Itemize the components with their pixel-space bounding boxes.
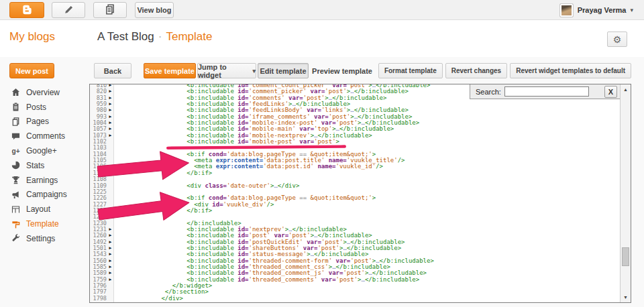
sidebar-item-earnings[interactable]: Earnings [0,173,89,188]
code-line[interactable]: 1102<b:includable id='mobile-post' var='… [90,138,620,144]
sidebar-menu: OverviewPostsPagesCommentsg+Google+Stats… [0,85,89,246]
code-line[interactable]: 1105<meta expr:content='data:post.title'… [90,157,620,163]
fold-arrow-empty [107,194,114,200]
new-post-pencil-button[interactable] [52,2,85,18]
code-line[interactable]: 1057►<b:includable id='mobile-main' var=… [90,125,620,131]
search-close-button[interactable]: X [604,86,617,98]
fold-arrow-icon[interactable]: ► [107,170,114,176]
fold-arrow-icon[interactable]: ► [107,263,114,269]
code-line[interactable]: 959►<b:includable id='feedLinks'>…</b:in… [90,101,620,107]
code-text: </b:widget> [114,282,620,288]
fold-arrow-icon[interactable]: ► [107,125,114,131]
line-number: 1105 [90,157,107,163]
fold-arrow-icon[interactable]: ► [107,95,114,101]
code-line[interactable]: 1501►<b:includable id='shareButtons' var… [90,245,620,251]
fold-arrow-icon[interactable]: ► [107,113,114,119]
sidebar-item-campaigns[interactable]: Campaigns [0,188,89,202]
code-line[interactable]: 993►<b:includable id='iframe_comments' v… [90,113,620,119]
sidebar-item-settings[interactable]: Settings [0,231,89,246]
back-button[interactable]: Back [94,63,131,78]
code-line[interactable]: 1543►<b:includable id='status-message'>…… [90,251,620,257]
fold-arrow-icon[interactable]: ► [107,88,114,94]
code-line[interactable]: 1073►<b:includable id='mobile-nextprev'>… [90,132,620,138]
fold-arrow-icon[interactable]: ► [107,269,114,275]
fold-arrow-icon[interactable]: ► [107,239,114,245]
account-menu[interactable]: Prayag Verma ▾ [559,3,633,17]
code-line[interactable]: 1103 [90,144,620,150]
fold-arrow-icon[interactable]: ► [107,232,114,238]
code-line[interactable]: 1225 [90,188,620,194]
fold-arrow-icon[interactable]: ► [107,251,114,257]
svg-text:g+: g+ [11,147,19,155]
editor-scrollbar[interactable]: ▲ ▼ [620,84,631,302]
code-line[interactable]: 1560►<b:includable id='threaded-comment-… [90,257,620,263]
sidebar-item-comments[interactable]: Comments [0,129,89,143]
code-line[interactable]: 1492►<b:includable id='postQuickEdit' va… [90,239,620,245]
code-line[interactable]: 1226<b:if cond='data:blog.pageType == &q… [90,194,620,200]
caret-down-icon: ▾ [630,7,633,13]
code-line[interactable]: 1109<div class='date-outer'>…</div> [90,182,620,188]
preview-template-button[interactable]: Preview template [309,63,376,78]
pencil-icon [64,5,74,16]
posts-list-button[interactable] [93,2,127,18]
code-line[interactable]: 980►<b:includable id='feedLinksBody' var… [90,107,620,113]
scrollbar-thumb[interactable] [622,247,629,266]
fold-arrow-icon[interactable]: ► [107,132,114,138]
code-line[interactable]: 1227<div id='vuukle_div'/> [90,201,620,207]
format-template-button[interactable]: Format template [378,63,443,78]
save-template-button[interactable]: Save template [144,63,196,78]
fold-arrow-icon[interactable]: ► [107,245,114,251]
code-line[interactable]: 1797</b:section> [90,288,620,294]
code-text: <b:includable id='mobile-post' var='post… [114,138,620,144]
line-number: 1798 [90,295,107,301]
code-line[interactable]: 1004►<b:includable id='mobile-index-post… [90,119,620,125]
fold-arrow-icon[interactable]: ► [107,226,114,232]
sidebar-item-googleplus[interactable]: g+Google+ [0,143,89,158]
fold-arrow-icon[interactable]: ► [107,257,114,263]
sidebar-item-layout[interactable]: Layout [0,202,89,217]
code-text [114,176,620,182]
sidebar-item-overview[interactable]: Overview [0,85,89,100]
line-number: 1260 [90,232,107,238]
settings-gear-button[interactable]: ⚙ [607,32,627,47]
sidebar-item-label: Stats [26,161,44,170]
code-line[interactable]: 1230</b:includable> [90,220,620,226]
user-name: Prayag Verma [578,6,627,14]
fold-arrow-icon[interactable]: ► [107,119,114,125]
scroll-up-icon[interactable]: ▲ [621,87,631,92]
sidebar-item-posts[interactable]: Posts [0,100,89,115]
fold-arrow-icon[interactable]: ► [107,276,114,282]
revert-changes-button[interactable]: Revert changes [445,63,507,78]
search-label: Search: [476,88,501,96]
sidebar-item-pages[interactable]: Pages [0,115,89,129]
search-input[interactable] [504,86,589,97]
edit-template-button[interactable]: Edit template [258,63,309,78]
revert-widget-templates-button[interactable]: Revert widget templates to default [510,63,631,78]
sidebar-item-stats[interactable]: Stats [0,158,89,173]
line-number: 980 [90,107,107,113]
code-line[interactable]: 1796</b:widget> [90,282,620,288]
code-line[interactable]: 1107►</b:if> [90,170,620,176]
view-blog-button[interactable]: View blog [135,2,174,18]
jump-to-widget-dropdown[interactable]: Jump to widget ▾ [197,63,256,78]
code-line[interactable]: 1231►<b:includable id='nextprev'>…</b:in… [90,226,620,232]
code-text: <div class='date-outer'>…</div> [114,182,620,188]
code-line[interactable]: 1106<meta expr:content='data:post.id' na… [90,163,620,169]
code-line[interactable]: 1229 [90,213,620,219]
code-line[interactable]: 1589►<b:includable id='threaded_comment_… [90,269,620,275]
fold-arrow-icon[interactable]: ► [107,107,114,113]
new-post-button[interactable]: New post [9,63,54,78]
scroll-down-icon[interactable]: ▼ [621,295,631,300]
my-blogs-link[interactable]: My blogs [9,30,55,44]
code-line[interactable]: 1108 [90,176,620,182]
code-line[interactable]: 1798</div> [90,295,620,301]
fold-arrow-empty [107,138,114,144]
code-line[interactable]: 1759►<b:includable id='threaded_comments… [90,276,620,282]
sidebar-item-template[interactable]: Template [0,217,89,231]
code-line[interactable]: 1104<b:if cond='data:blog.pageType == &q… [90,151,620,157]
blogger-home-button[interactable] [9,2,44,18]
code-line[interactable]: 1228</b:if> [90,207,620,213]
code-line[interactable]: 1585►<b:includable id='threaded_comment_… [90,263,620,269]
code-line[interactable]: 1260►<b:includable id='post' var='post'>… [90,232,620,238]
fold-arrow-icon[interactable]: ► [107,101,114,107]
